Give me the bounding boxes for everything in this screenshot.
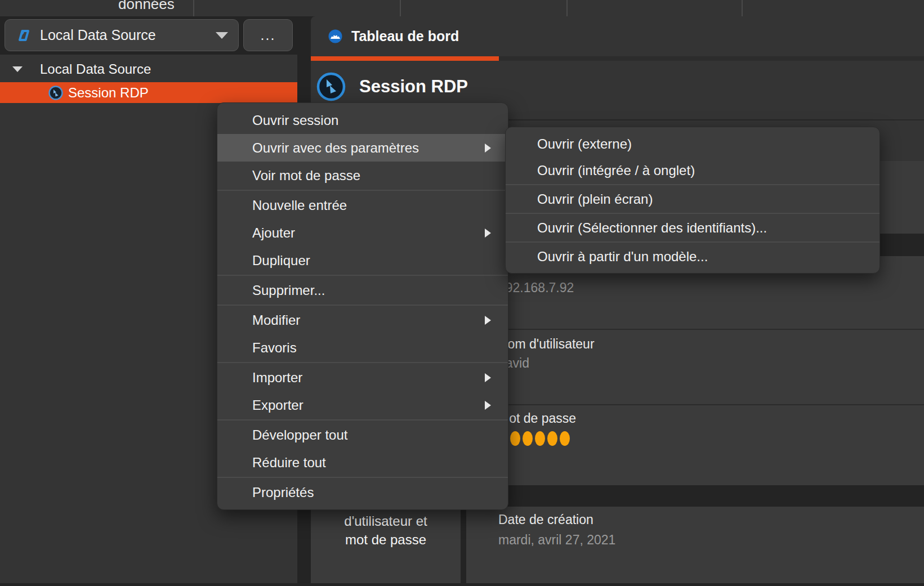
rdp-session-icon	[48, 85, 64, 101]
bottom-edge	[0, 583, 924, 586]
context-menu-item-4[interactable]: Nouvelle entrée	[217, 191, 508, 219]
chevron-down-icon	[216, 32, 228, 39]
context-menu-item-1[interactable]: Ouvrir avec des paramètres	[217, 134, 508, 162]
divider	[466, 329, 924, 330]
entry-title: Session RDP	[359, 77, 468, 97]
submenu-item-5[interactable]: Ouvrir (Sélectionner des identifiants)..…	[506, 214, 880, 241]
submenu-item-7[interactable]: Ouvrir à partir d'un modèle...	[506, 243, 880, 270]
password-dot	[510, 431, 520, 446]
password-dot	[523, 431, 533, 446]
menu-item-label: Ouvrir session	[252, 113, 338, 128]
tree-item-session-rdp[interactable]: Session RDP	[0, 82, 297, 103]
menu-separator	[217, 275, 508, 276]
tab-divider	[193, 0, 194, 16]
menu-item-label: Dupliquer	[252, 253, 310, 269]
submenu-arrow-icon	[485, 144, 491, 153]
menu-item-label: Ouvrir (externe)	[537, 136, 632, 152]
divider	[466, 404, 924, 405]
submenu-item-0[interactable]: Ouvrir (externe)	[506, 131, 880, 157]
context-menu: Ouvrir sessionOuvrir avec des paramètres…	[217, 102, 508, 510]
credentials-card: Hôte 192.168.7.92 Nom d'utilisateur davi…	[466, 256, 924, 485]
menu-separator	[217, 362, 508, 363]
datasource-label: Local Data Source	[40, 27, 216, 43]
submenu-item-1[interactable]: Ouvrir (intégrée / à onglet)	[506, 157, 880, 184]
menu-item-label: Importer	[252, 370, 302, 386]
menu-item-label: Favoris	[252, 340, 297, 356]
datasource-dropdown[interactable]: Local Data Source	[5, 19, 239, 51]
active-tab-underline	[311, 56, 499, 61]
main-tabbar: Tableau de bord	[311, 16, 924, 56]
menu-item-label: Ouvrir (intégrée / à onglet)	[537, 163, 695, 178]
menu-item-label: Supprimer...	[252, 283, 325, 298]
menu-item-label: Exporter	[252, 397, 303, 413]
menu-separator	[217, 419, 508, 421]
password-dots[interactable]	[498, 431, 570, 446]
open-with-parameters-submenu: Ouvrir (externe)Ouvrir (intégrée / à ong…	[505, 127, 880, 274]
context-menu-item-2[interactable]: Voir mot de passe	[217, 162, 508, 189]
datasource-icon	[15, 27, 32, 44]
password-dot	[560, 431, 570, 446]
context-menu-item-5[interactable]: Ajouter	[217, 219, 508, 247]
submenu-arrow-icon	[485, 316, 491, 325]
context-menu-item-0[interactable]: Ouvrir session	[217, 106, 508, 134]
submenu-arrow-icon	[485, 401, 491, 410]
creation-date-value: mardi, avril 27, 2021	[498, 533, 615, 548]
submenu-arrow-icon	[485, 229, 491, 238]
host-value[interactable]: 192.168.7.92	[498, 280, 574, 296]
password-label: Mot de passe	[498, 411, 576, 426]
menu-item-label: Développer tout	[252, 427, 347, 443]
tree-item-root[interactable]: Local Data Source	[0, 59, 297, 79]
context-menu-item-10[interactable]: Modifier	[217, 306, 508, 334]
menu-item-label: Nouvelle entrée	[252, 198, 347, 213]
menu-item-label: Ouvrir à partir d'un modèle...	[537, 249, 708, 265]
menu-separator	[217, 190, 508, 191]
context-menu-item-8[interactable]: Supprimer...	[217, 276, 508, 304]
context-menu-item-19[interactable]: Propriétés	[217, 478, 508, 506]
app-window: données Local Data Source ... Local Data…	[0, 0, 924, 586]
submenu-arrow-icon	[485, 373, 491, 382]
tab-divider	[400, 0, 401, 16]
tab-divider	[566, 0, 568, 16]
tab-divider	[742, 0, 743, 16]
password-dot	[535, 431, 545, 446]
context-menu-item-6[interactable]: Dupliquer	[217, 247, 508, 274]
expand-chevron-icon[interactable]	[12, 66, 23, 72]
sidebar-header: Local Data Source ...	[0, 16, 297, 55]
context-menu-item-16[interactable]: Développer tout	[217, 421, 508, 449]
menu-item-label: Modifier	[252, 312, 300, 328]
menu-item-label: Propriétés	[252, 485, 314, 500]
context-menu-item-14[interactable]: Exporter	[217, 391, 508, 419]
menu-item-label: Voir mot de passe	[252, 168, 360, 184]
context-menu-item-11[interactable]: Favoris	[217, 334, 508, 361]
tab-tableau-de-bord[interactable]: Tableau de bord	[328, 16, 459, 56]
context-menu-item-13[interactable]: Importer	[217, 364, 508, 391]
rdp-session-icon-large	[315, 71, 347, 102]
password-dot	[547, 431, 557, 446]
creation-date-label: Date de création	[498, 512, 593, 527]
username-label: Nom d'utilisateur	[498, 337, 595, 352]
menu-separator	[506, 241, 880, 243]
top-tab-strip: données	[0, 0, 924, 16]
menu-item-label: Ouvrir (Sélectionner des identifiants)..…	[537, 220, 767, 236]
menu-item-label: Ajouter	[252, 225, 295, 241]
dashboard-icon	[328, 29, 343, 44]
menu-separator	[506, 184, 880, 185]
tab-sources-de-donnees[interactable]: données	[118, 0, 175, 13]
datasource-more-button[interactable]: ...	[243, 19, 293, 51]
menu-separator	[217, 305, 508, 306]
menu-item-label: Ouvrir (plein écran)	[537, 191, 653, 207]
menu-item-label: Ouvrir avec des paramètres	[252, 140, 419, 156]
card-gap	[466, 485, 924, 507]
menu-item-label: Réduire tout	[252, 455, 326, 471]
context-menu-item-17[interactable]: Réduire tout	[217, 449, 508, 476]
menu-separator	[506, 213, 880, 214]
submenu-item-3[interactable]: Ouvrir (plein écran)	[506, 186, 880, 212]
menu-separator	[217, 477, 508, 478]
creation-date-card: Date de création mardi, avril 27, 2021	[466, 507, 924, 586]
